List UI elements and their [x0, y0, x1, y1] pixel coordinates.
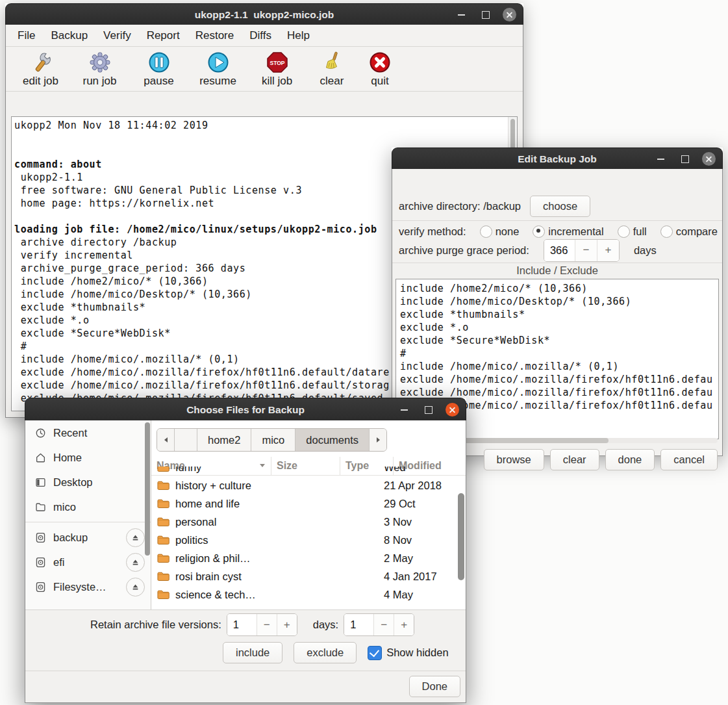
edit-minimize-button[interactable]: [654, 152, 668, 166]
retain-days-value[interactable]: 1: [344, 614, 373, 635]
sidebar-item-backup[interactable]: backup: [25, 525, 151, 550]
toolbar-pause-button[interactable]: pause: [129, 51, 188, 88]
eject-button[interactable]: [126, 553, 145, 572]
sidebar-item-filesyste[interactable]: Filesyste…: [25, 574, 151, 599]
files-minimize-button[interactable]: [397, 403, 411, 417]
file-modified: 29 Oct: [384, 498, 416, 510]
toolbar-kill-job-button[interactable]: STOPkill job: [247, 51, 307, 88]
edit-maximize-button[interactable]: [678, 152, 692, 166]
svg-text:STOP: STOP: [270, 60, 284, 66]
verify-option-none[interactable]: none: [480, 225, 520, 238]
grace-decrement-button[interactable]: −: [575, 240, 597, 261]
log-line: [14, 132, 517, 145]
radio-incremental-selected[interactable]: [533, 225, 545, 238]
include-button[interactable]: include: [223, 642, 282, 663]
toolbar-run-job-button[interactable]: run job: [70, 51, 129, 88]
radio-none[interactable]: [480, 225, 492, 238]
clear-button[interactable]: clear: [550, 449, 599, 470]
gear-icon: [89, 51, 111, 73]
verify-option-incremental[interactable]: incremental: [533, 225, 603, 238]
menu-item-backup[interactable]: Backup: [43, 29, 95, 42]
menu-item-diffs[interactable]: Diffs: [242, 29, 279, 42]
eject-button[interactable]: [126, 528, 145, 547]
file-list-body[interactable]: funnyWedhistory + culture21 Apr 2018home…: [151, 467, 466, 610]
path-back-button[interactable]: [157, 429, 175, 451]
sidebar-item-efi[interactable]: efi: [25, 550, 151, 574]
verify-option-compare[interactable]: compare: [660, 225, 718, 238]
chevron-right-icon: [377, 437, 380, 442]
browse-button[interactable]: browse: [484, 449, 544, 470]
toolbar-edit-job-button[interactable]: edit job: [11, 51, 70, 88]
edit-titlebar[interactable]: Edit Backup Job: [392, 147, 723, 170]
show-hidden-checkbox[interactable]: [368, 646, 382, 660]
verify-option-full[interactable]: full: [618, 225, 647, 238]
sidebar-item-recent[interactable]: Recent: [25, 420, 151, 445]
edit-close-button[interactable]: [702, 152, 716, 166]
files-maximize-button[interactable]: [421, 403, 435, 417]
radio-compare[interactable]: [660, 225, 673, 238]
main-window-title: ukopp2-1.1 ukopp2-mico.job: [6, 9, 523, 21]
file-row-religion-phil[interactable]: religion & phil…2 May: [151, 549, 466, 567]
verify-option-label: none: [496, 225, 520, 238]
menu-item-help[interactable]: Help: [279, 29, 318, 42]
retain-decrement-button[interactable]: −: [257, 614, 277, 635]
file-list-scrollbar-thumb[interactable]: [458, 493, 464, 580]
grace-period-spinner: 366 − +: [544, 239, 620, 262]
path-forward-button[interactable]: [370, 429, 386, 451]
file-row-politics[interactable]: politics8 Nov: [151, 531, 466, 549]
menu-item-report[interactable]: Report: [139, 29, 188, 42]
grace-increment-button[interactable]: +: [597, 240, 619, 261]
toolbar-resume-button[interactable]: resume: [188, 51, 247, 88]
main-minimize-button[interactable]: [455, 8, 468, 21]
toolbar-clear-button[interactable]: clear: [307, 51, 357, 88]
breadcrumb-filesystem-button[interactable]: [175, 429, 197, 451]
menu-item-restore[interactable]: Restore: [188, 29, 242, 42]
menu-item-file[interactable]: File: [10, 29, 43, 42]
sidebar-item-mico[interactable]: mico: [25, 494, 151, 519]
grace-period-value[interactable]: 366: [544, 240, 575, 261]
retain-versions-spinner: 1 − +: [227, 613, 297, 636]
cancel-button[interactable]: cancel: [660, 449, 718, 470]
menu-item-verify[interactable]: Verify: [95, 29, 139, 42]
toolbar-quit-button[interactable]: quit: [357, 51, 403, 88]
main-titlebar[interactable]: ukopp2-1.1 ukopp2-mico.job: [5, 3, 523, 25]
file-row-history-culture[interactable]: history + culture21 Apr 2018: [151, 476, 466, 494]
log-line: ukopp2 Mon Nov 18 11:44:02 2019: [14, 119, 517, 132]
file-modified: 4 Jan 2017: [384, 570, 437, 583]
exclude-button[interactable]: exclude: [294, 642, 357, 663]
retain-increment-button[interactable]: +: [277, 614, 297, 635]
retain-days-spinner: 1 − +: [344, 613, 414, 636]
sidebar-item-label: Desktop: [53, 476, 93, 489]
breadcrumb-home2[interactable]: home2: [197, 429, 251, 451]
sidebar-divider: [25, 522, 151, 522]
eject-button[interactable]: [126, 578, 145, 596]
done-button[interactable]: Done: [409, 676, 460, 697]
days-decrement-button[interactable]: −: [373, 614, 394, 635]
verify-option-label: compare: [676, 225, 718, 238]
sidebar-item-home[interactable]: Home: [25, 445, 151, 470]
file-modified: 4 May: [384, 589, 413, 601]
breadcrumb-documents[interactable]: documents: [295, 429, 370, 451]
toolbar-kill-job-label: kill job: [262, 75, 292, 88]
sidebar-item-desktop[interactable]: Desktop: [25, 470, 151, 494]
file-row-science-tech[interactable]: science & tech…4 May: [151, 585, 466, 604]
file-row-home-and-life[interactable]: home and life29 Oct: [151, 494, 466, 513]
sidebar-item-label: Filesyste…: [53, 581, 107, 593]
files-titlebar[interactable]: Choose Files for Backup: [25, 398, 466, 421]
retain-versions-value[interactable]: 1: [227, 614, 257, 635]
file-row-rosi-brain-cyst[interactable]: rosi brain cyst4 Jan 2017: [151, 567, 466, 585]
main-close-button[interactable]: [503, 8, 516, 21]
files-close-button[interactable]: [446, 403, 459, 417]
main-maximize-button[interactable]: [479, 8, 492, 21]
file-row-funny[interactable]: funnyWed: [151, 467, 466, 476]
breadcrumb-mico[interactable]: mico: [251, 429, 295, 451]
radio-full[interactable]: [618, 225, 630, 238]
file-modified: 3 Nov: [384, 516, 412, 528]
file-row-personal[interactable]: personal3 Nov: [151, 513, 466, 531]
file-modified: 8 Nov: [384, 534, 412, 546]
days-increment-button[interactable]: +: [394, 614, 414, 635]
toolbar-resume-label: resume: [199, 75, 236, 88]
file-dialog-sidebar: RecentHomeDesktopmicobackupefiFilesyste…: [25, 420, 151, 610]
done-button[interactable]: done: [605, 449, 655, 470]
choose-button[interactable]: choose: [530, 196, 590, 217]
